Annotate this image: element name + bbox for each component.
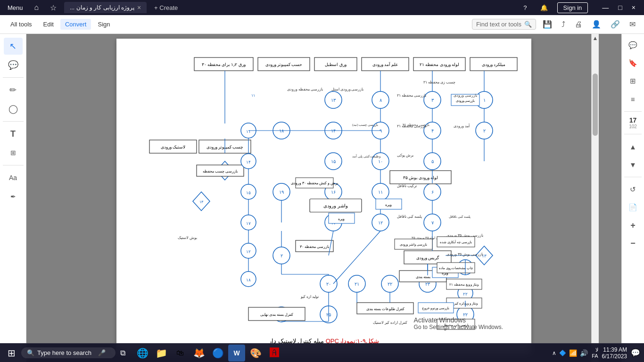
pages-button[interactable]: 📄 xyxy=(625,200,641,215)
word-icon[interactable]: W xyxy=(228,345,245,362)
svg-text:۱۵: ۱۵ xyxy=(246,190,251,195)
all-tools-button[interactable]: All tools xyxy=(6,19,37,30)
network-icon[interactable]: 📶 xyxy=(569,349,577,357)
tab-title: پروژه ارزیابی کار و زمان ... xyxy=(70,4,134,11)
volume-icon[interactable]: 🔊 xyxy=(580,349,588,357)
cursor-tool[interactable]: ↖ xyxy=(4,38,23,55)
firefox-icon[interactable]: 🦊 xyxy=(190,345,207,362)
taskbar-search[interactable]: 🔍 Type here to search 🎤 xyxy=(21,347,116,358)
text-tool[interactable]: T xyxy=(4,125,23,142)
notification-center-button[interactable]: 💬 xyxy=(631,348,640,357)
svg-text:۲: ۲ xyxy=(281,253,283,258)
create-button[interactable]: + Create xyxy=(150,2,182,13)
svg-text:ترکیب ناقافل: ترکیب ناقافل xyxy=(397,184,417,188)
comment-tool[interactable]: 💬 xyxy=(4,57,23,74)
svg-text:۲۲: ۲۲ xyxy=(388,281,392,287)
svg-text:واشر ورودی: واشر ورودی xyxy=(323,203,348,209)
svg-text:۱۱: ۱۱ xyxy=(251,93,255,98)
minimize-button[interactable]: — xyxy=(597,2,613,13)
svg-text:۱۳: ۱۳ xyxy=(331,98,336,103)
svg-text:بازرسی چسب (نبد): بازرسی چسب (نبد) xyxy=(352,123,378,127)
print-button[interactable]: 🖨 xyxy=(572,18,585,31)
paint-icon[interactable]: 🎨 xyxy=(247,345,264,362)
sign-in-button[interactable]: Sign in xyxy=(557,2,588,13)
svg-text:۱: ۱ xyxy=(483,98,486,103)
home-button[interactable]: ⌂ xyxy=(31,1,43,14)
svg-text:پلسه کبی ناقافل: پلسه کبی ناقافل xyxy=(397,214,422,219)
maximize-button[interactable]: □ xyxy=(613,2,627,13)
svg-text:۱۲: ۱۲ xyxy=(246,249,251,254)
scroll-up-button[interactable]: ▲ xyxy=(592,34,599,42)
svg-text:وظیفت کنتی پلی آمد: وظیفت کنتی پلی آمد xyxy=(352,154,380,158)
notification-button[interactable]: 🔔 xyxy=(537,2,552,13)
content-area[interactable]: میلکرد ورودی لوله ورودی محفظه ۲۱ علم آمد… xyxy=(26,34,621,362)
svg-text:۱۲: ۱۲ xyxy=(378,220,383,225)
upload-button[interactable]: ⤴ xyxy=(559,18,568,31)
help-button[interactable]: ? xyxy=(520,2,530,13)
store-icon[interactable]: 🛍 xyxy=(172,345,189,362)
title-bar: Menu ⌂ ☆ پروژه ارزیابی کار و زمان ... × … xyxy=(0,0,644,15)
taskbar-apps: 🌐 📁 🛍 🦊 🔵 W 🎨 🅰 xyxy=(134,345,283,362)
sign-button[interactable]: Sign xyxy=(93,19,115,30)
svg-text:۲۱: ۲۱ xyxy=(355,281,359,287)
eraser-tool[interactable]: ◯ xyxy=(4,100,23,117)
find-tools-input[interactable]: Find text or tools 🔍 xyxy=(472,19,536,30)
start-button[interactable]: ⊞ xyxy=(4,346,19,361)
chevron-up-icon[interactable]: ∧ xyxy=(552,350,556,356)
link-button[interactable]: 🔗 xyxy=(608,18,623,31)
pen-tool[interactable]: ✏ xyxy=(4,82,23,99)
svg-text:آمد ورودی: آمد ورودی xyxy=(454,123,470,128)
comments-panel-button[interactable]: 💬 xyxy=(625,38,641,53)
stamp-tool[interactable]: ⊞ xyxy=(4,144,23,161)
svg-text:میلکرد ورودی: میلکرد ورودی xyxy=(482,62,505,67)
vertical-scrollbar[interactable]: ▲ ▼ xyxy=(591,34,599,362)
acrobat-icon[interactable]: 🅰 xyxy=(266,345,283,362)
svg-text:بازرسی ورودی: بازرسی ورودی xyxy=(454,93,477,98)
search-mic-icon: 🔍 xyxy=(27,349,34,356)
page-number-display: 17 102 xyxy=(629,116,637,129)
edge-icon[interactable]: 🌐 xyxy=(134,345,151,362)
markup-tool[interactable]: Aa xyxy=(4,169,23,186)
language-indicator: لا FA xyxy=(592,347,598,359)
tray-icons: ∧ 🔷 📶 🔊 xyxy=(552,349,588,357)
file-explorer-icon[interactable]: 📁 xyxy=(153,345,170,362)
svg-text:بارسی بائی محبطل: بارسی بائی محبطل xyxy=(443,323,470,327)
svg-text:ویره: ویره xyxy=(385,203,392,207)
save-local-button[interactable]: 💾 xyxy=(540,18,555,31)
svg-text:بازرسی ورودی: بازرسی ورودی xyxy=(456,99,475,103)
scrollbar-thumb[interactable] xyxy=(593,74,598,136)
active-tab[interactable]: پروژه ارزیابی کار و زمان ... × xyxy=(64,2,147,13)
draw-tool[interactable]: ✒ xyxy=(4,188,23,205)
rotate-button[interactable]: ↺ xyxy=(625,182,641,197)
sidebar-divider-3 xyxy=(3,165,24,165)
zoom-out-button[interactable]: − xyxy=(625,236,641,251)
svg-text:ویره: ویره xyxy=(338,217,345,221)
zoom-in-button[interactable]: + xyxy=(625,218,641,233)
search-icon: 🔍 xyxy=(524,21,532,28)
close-button[interactable]: × xyxy=(627,2,640,13)
user-account-button[interactable]: 👤 xyxy=(589,18,604,31)
scroll-up-button-2[interactable]: ▲ xyxy=(625,139,641,154)
bookmarks-panel-button[interactable]: 🔖 xyxy=(625,56,641,71)
svg-text:۲۰: ۲۰ xyxy=(326,281,331,287)
thumbnails-panel-button[interactable]: ⊞ xyxy=(625,74,641,89)
menu-button[interactable]: Menu xyxy=(4,2,27,13)
svg-text:۱۱: ۱۱ xyxy=(246,129,251,134)
edit-button[interactable]: Edit xyxy=(39,19,58,30)
email-button[interactable]: ✉ xyxy=(627,18,638,31)
toolbar-right: Find text or tools 🔍 💾 ⤴ 🖨 👤 🔗 ✉ xyxy=(472,18,638,31)
panel-divider xyxy=(624,111,642,112)
chrome-icon[interactable]: 🔵 xyxy=(209,345,226,362)
svg-text:بازرسی چسب محفظه: بازرسی چسب محفظه xyxy=(203,169,238,173)
bluetooth-icon[interactable]: 🔷 xyxy=(559,350,566,356)
svg-text:تولید ازه کیو: تولید ازه کیو xyxy=(300,295,319,299)
task-view-button[interactable]: ⧉ xyxy=(117,347,128,359)
system-time[interactable]: 11:39 AM 6/17/2023 xyxy=(602,346,627,360)
mic-icon: 🎤 xyxy=(98,349,106,356)
close-tab-button[interactable]: × xyxy=(137,4,141,11)
scroll-down-button-2[interactable]: ▼ xyxy=(625,157,641,172)
layers-panel-button[interactable]: ≡ xyxy=(625,91,641,107)
convert-button[interactable]: Convert xyxy=(60,19,91,30)
svg-text:ونتاز و ویغ محفظه ۲۱: ونتاز و ویغ محفظه ۲۱ xyxy=(449,283,479,287)
favorites-button[interactable]: ☆ xyxy=(46,1,60,14)
